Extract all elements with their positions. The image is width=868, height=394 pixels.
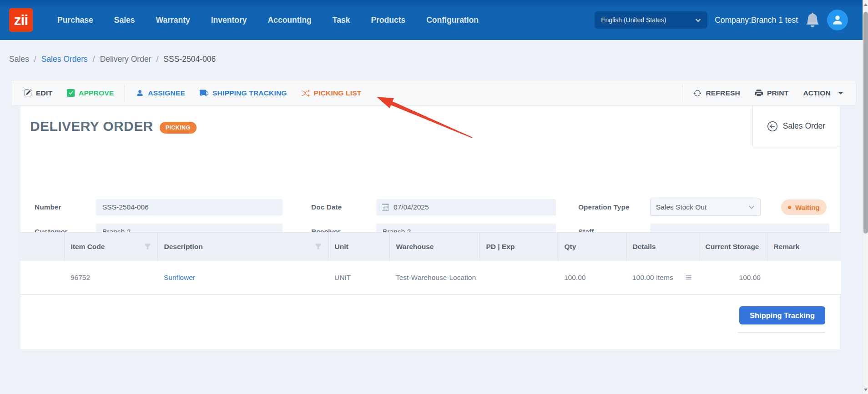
triangle-up-icon <box>864 1 868 6</box>
top-navbar: zii Purchase Sales Warranty Inventory Ac… <box>0 0 863 40</box>
breadcrumb-separator: / <box>156 55 158 64</box>
filter-funnel-icon[interactable] <box>144 243 151 250</box>
nav-item-configuration[interactable]: Configuration <box>426 15 479 25</box>
assignee-label: ASSIGNEE <box>148 89 185 97</box>
cell-unit: UNIT <box>328 261 389 295</box>
filter-funnel-icon[interactable] <box>315 243 322 250</box>
chevron-down-icon <box>695 17 701 23</box>
col-qty: Qty <box>558 233 626 261</box>
col-row-handle <box>20 233 64 261</box>
doc-date-label: Doc Date <box>311 199 342 215</box>
sales-order-link[interactable]: Sales Order <box>752 106 840 146</box>
arrow-left-circle-icon <box>767 121 777 131</box>
main-menu: Purchase Sales Warranty Inventory Accoun… <box>57 15 479 25</box>
details-menu-icon[interactable] <box>685 274 692 281</box>
printer-icon <box>755 89 763 97</box>
action-dropdown-button[interactable]: ACTION <box>796 80 850 105</box>
print-button[interactable]: PRINT <box>747 80 796 105</box>
footer-divider <box>738 332 825 333</box>
table-row: 96752 Sunflower UNIT Test-Warehouse-Loca… <box>20 261 841 295</box>
col-details: Details <box>626 233 699 261</box>
triangle-down-icon <box>864 389 868 393</box>
calendar-icon <box>382 204 389 211</box>
waiting-state-badge: Waiting <box>781 199 827 215</box>
nav-item-purchase[interactable]: Purchase <box>57 15 93 25</box>
caret-down-icon <box>838 92 843 97</box>
company-switcher[interactable]: Company:Branch 1 test <box>715 15 798 25</box>
edit-label: EDIT <box>36 89 52 97</box>
breadcrumb-separator: / <box>34 55 36 64</box>
scrollbar-up-button[interactable] <box>863 1 868 8</box>
shipping-tracking-toolbar-button[interactable]: SHIPPING TRACKING <box>192 80 294 105</box>
picking-list-label: PICKING LIST <box>314 89 362 97</box>
toolbar-divider <box>682 85 682 101</box>
doc-date-field[interactable]: 07/04/2025 <box>376 199 556 215</box>
cell-pd-exp <box>479 261 558 295</box>
breadcrumb-sales[interactable]: Sales <box>9 55 29 64</box>
print-label: PRINT <box>767 89 789 97</box>
refresh-label: REFRESH <box>706 89 740 97</box>
toolbar-divider <box>125 85 125 101</box>
nav-item-sales[interactable]: Sales <box>114 15 135 25</box>
document-form: Number Customer Customer Refer... Doc Da… <box>20 146 840 232</box>
person-icon <box>136 89 144 97</box>
truck-icon <box>200 89 208 97</box>
cell-item-code: 96752 <box>64 261 157 295</box>
operation-type-select[interactable]: Sales Stock Out <box>650 199 761 216</box>
edit-icon <box>24 89 32 97</box>
scrollbar-down-button[interactable] <box>863 386 868 393</box>
cell-remark <box>767 261 841 295</box>
cell-details: 100.00 Items <box>626 261 699 295</box>
cell-qty: 100.00 <box>558 261 626 295</box>
nav-item-inventory[interactable]: Inventory <box>211 15 247 25</box>
col-current-storage: Current Storage <box>699 233 767 261</box>
cell-description: Sunflower <box>157 261 328 295</box>
language-label: English (United States) <box>601 16 666 24</box>
delivery-order-panel: DELIVERY ORDER PICKING Sales Order Numbe… <box>20 106 840 350</box>
col-description-label: Description <box>164 243 203 251</box>
breadcrumb-delivery-order: Delivery Order <box>100 55 151 64</box>
breadcrumb: Sales / Sales Orders / Delivery Order / … <box>9 50 216 68</box>
number-label: Number <box>35 199 61 215</box>
cell-warehouse: Test-Warehouse-Location <box>389 261 479 295</box>
app-logo[interactable]: zii <box>9 8 33 32</box>
refresh-button[interactable]: REFRESH <box>686 80 747 105</box>
edit-button[interactable]: EDIT <box>17 80 60 105</box>
document-toolbar: EDIT APPROVE ASSIGNEE SHIPPING TRACKING … <box>11 80 856 106</box>
status-dot-icon <box>788 206 791 209</box>
col-unit: Unit <box>328 233 389 261</box>
nav-item-accounting[interactable]: Accounting <box>268 15 312 25</box>
title-row: DELIVERY ORDER PICKING Sales Order <box>20 106 840 146</box>
doc-date-value: 07/04/2025 <box>394 203 429 211</box>
approve-label: APPROVE <box>79 89 114 97</box>
picking-list-button[interactable]: PICKING LIST <box>294 80 369 105</box>
nav-item-task[interactable]: Task <box>333 15 350 25</box>
sales-order-label: Sales Order <box>783 121 825 131</box>
operation-type-label: Operation Type <box>578 199 630 215</box>
details-value: 100.00 Items <box>632 274 673 282</box>
operation-type-value: Sales Stock Out <box>656 203 707 211</box>
nav-item-products[interactable]: Products <box>371 15 405 25</box>
number-field[interactable] <box>96 199 283 215</box>
breadcrumb-sales-orders[interactable]: Sales Orders <box>41 55 88 64</box>
col-warehouse: Warehouse <box>389 233 479 261</box>
col-item-code: Item Code <box>64 233 157 261</box>
vertical-scrollbar <box>863 0 868 394</box>
language-selector[interactable]: English (United States) <box>595 11 707 29</box>
item-description-link[interactable]: Sunflower <box>164 274 195 281</box>
notifications-bell-icon[interactable] <box>805 13 820 27</box>
nav-item-warranty[interactable]: Warranty <box>156 15 190 25</box>
shipping-tracking-button[interactable]: Shipping Tracking <box>739 306 825 324</box>
page-title: DELIVERY ORDER <box>30 119 153 134</box>
user-avatar[interactable] <box>827 10 848 30</box>
refresh-icon <box>693 89 701 97</box>
waiting-label: Waiting <box>795 204 820 211</box>
chevron-down-icon <box>748 204 755 210</box>
table-header-row: Item Code Description Unit War <box>20 233 841 261</box>
cell-current-storage: 100.00 <box>699 261 767 295</box>
scrollbar-thumb[interactable] <box>863 12 868 234</box>
action-label: ACTION <box>803 89 831 97</box>
approve-button[interactable]: APPROVE <box>60 80 121 105</box>
assignee-button[interactable]: ASSIGNEE <box>129 80 192 105</box>
col-remark: Remark <box>767 233 841 261</box>
